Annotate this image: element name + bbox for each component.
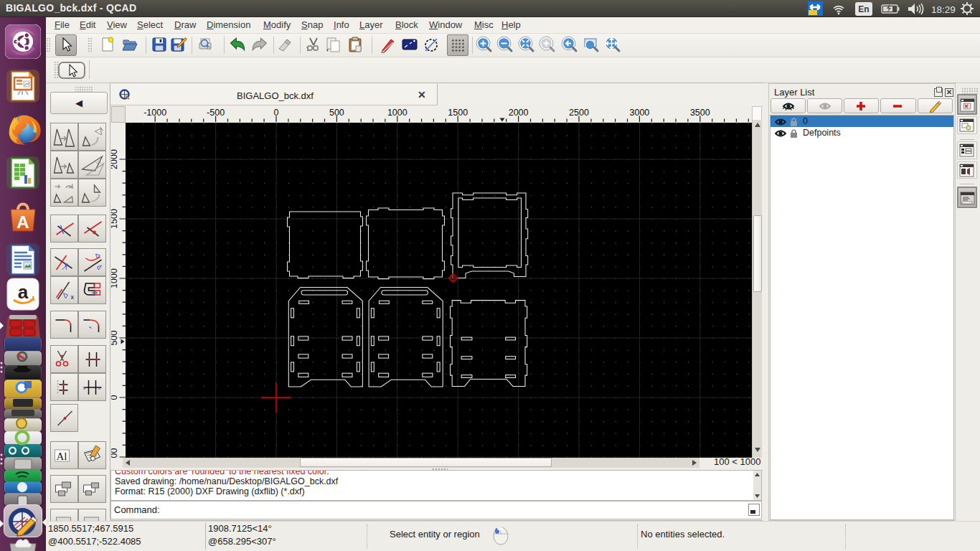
svg-text:x: x <box>98 385 101 391</box>
svg-text:0: 0 <box>111 395 119 400</box>
svg-text:1000: 1000 <box>111 268 119 288</box>
svg-text:2000: 2000 <box>111 149 119 169</box>
svg-text:18:29: 18:29 <box>931 4 956 15</box>
svg-text:x: x <box>83 385 86 391</box>
svg-text:En: En <box>858 4 869 14</box>
svg-text:500: 500 <box>111 331 119 346</box>
svg-text:x: x <box>71 293 75 301</box>
svg-text:-500: -500 <box>111 448 119 458</box>
svg-text:1500: 1500 <box>111 209 119 229</box>
svg-text:Al: Al <box>57 451 67 462</box>
